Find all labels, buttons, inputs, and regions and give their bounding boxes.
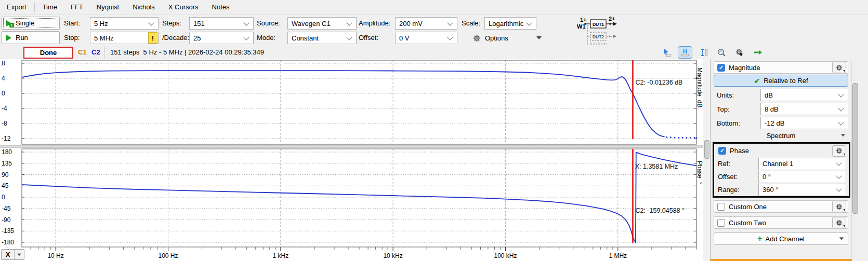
run-button[interactable]: Run	[2, 31, 60, 44]
plot-scrollbar-thumb[interactable]	[704, 140, 709, 159]
plot-settings-gear-icon[interactable]	[732, 46, 747, 59]
menu-x-cursors[interactable]: X Cursors	[162, 0, 205, 15]
c1-label[interactable]: C1	[78, 46, 87, 59]
magnitude-checkbox[interactable]: ✓	[717, 64, 725, 72]
phase-channel-row[interactable]: ✓ Phase	[716, 145, 847, 157]
amplitude-select[interactable]: 200 mV	[395, 17, 457, 30]
custom-two-checkbox[interactable]	[717, 219, 725, 227]
phase-ytick-label: -135	[2, 227, 14, 235]
phase-ytick-label: 135	[2, 160, 12, 167]
mode-select[interactable]: Constant	[287, 32, 357, 44]
options-button[interactable]: Options	[473, 32, 542, 44]
horizontal-scroll-indicator[interactable]	[711, 259, 852, 261]
steps-select[interactable]: 151	[189, 17, 254, 30]
range-select[interactable]: 360 °	[758, 184, 846, 196]
diagram-w1-label: W1	[577, 23, 586, 30]
chevron-down-icon	[148, 20, 154, 25]
gear-icon	[473, 34, 481, 42]
diagram-2plus-label: 2+	[609, 16, 615, 22]
sweep-summary: 151 steps 5 Hz - 5 MHz | 2026-02-24 00:2…	[104, 46, 264, 59]
chevron-down-icon	[843, 209, 845, 211]
bottom-label: Bottom:	[717, 119, 760, 127]
chevron-down-icon	[843, 70, 845, 72]
magnitude-dotted-tail	[666, 136, 667, 138]
menu-export[interactable]: Export	[0, 0, 33, 15]
bottom-select[interactable]: -12 dB	[760, 117, 848, 129]
chevron-down-icon	[17, 253, 21, 256]
xtick-label: 10 Hz	[47, 252, 63, 259]
sidebar-scrollbar-thumb[interactable]	[852, 83, 858, 214]
phase-ytick-label: 90	[2, 171, 9, 178]
steps-label: Steps:	[162, 17, 181, 30]
channels-panel: ✓ Magnitude ✔ Relative to Ref Units: dB …	[710, 59, 860, 261]
xtick-label: 100 Hz	[158, 252, 178, 259]
export-arrow-icon[interactable]	[751, 46, 765, 59]
x-axis-menu-label: X	[2, 250, 15, 259]
magnitude-gear-button[interactable]	[832, 62, 846, 73]
menu-notes[interactable]: Notes	[205, 0, 236, 15]
menu-time[interactable]: Time	[36, 0, 64, 15]
phase-offset-select[interactable]: 0 °	[758, 171, 846, 183]
custom-one-gear-button[interactable]	[832, 201, 846, 212]
gear-icon	[836, 203, 843, 210]
magnitude-channel-row[interactable]: ✓ Magnitude	[714, 61, 848, 74]
single-button[interactable]: 1 Single	[2, 17, 60, 30]
chevron-down-icon	[843, 225, 845, 227]
chevron-down-icon	[838, 119, 844, 125]
sidebar-scrollbar[interactable]	[851, 60, 859, 258]
custom-two-row[interactable]: Custom Two	[714, 216, 848, 229]
menu-nichols[interactable]: Nichols	[126, 0, 162, 15]
phase-checkbox[interactable]: ✓	[718, 147, 726, 155]
magnitude-ytick-label: -4	[2, 105, 7, 112]
top-select[interactable]: 8 dB	[760, 103, 848, 115]
custom-two-gear-button[interactable]	[832, 217, 846, 228]
vertical-cursor-tool-icon[interactable]	[696, 46, 711, 59]
menu-nyquist[interactable]: Nyquist	[90, 0, 126, 15]
add-channel-button[interactable]: + Add Channel	[714, 232, 848, 245]
single-play-icon: 1	[6, 20, 11, 26]
custom-one-checkbox[interactable]	[717, 203, 725, 211]
chevron-down-icon	[346, 34, 352, 40]
magnitude-ytick-label: 8	[2, 60, 5, 67]
phase-cursor-annotation: C2: -159.04588 °	[635, 207, 685, 214]
xtick-label: 1 MHz	[609, 252, 627, 259]
start-frequency-select[interactable]: 5 Hz	[90, 17, 159, 30]
magnitude-dotted-tail	[678, 137, 679, 139]
units-select[interactable]: dB	[760, 89, 848, 101]
pointer-tool-icon[interactable]	[660, 46, 674, 59]
phase-channel-panel: ✓ Phase Ref: Channel 1 Offset: 0 ° Range…	[713, 142, 850, 198]
ref-select[interactable]: Channel 1	[758, 158, 846, 170]
chevron-down-icon	[346, 20, 352, 25]
offset-select[interactable]: 0 V	[395, 32, 457, 44]
phase-ytick-label: 45	[2, 182, 9, 189]
spectrum-expander[interactable]: Spectrum	[714, 130, 848, 141]
plot-scrollbar[interactable]	[703, 59, 710, 261]
phase-plot[interactable]: 18013590450-45-90-135-180X: 1.3581 MHzC2…	[0, 148, 703, 261]
scale-select[interactable]: Logarithmic	[484, 17, 536, 30]
status-done-badge: Done	[23, 47, 73, 59]
magnitude-channel-label: Magnitude	[729, 64, 760, 72]
gear-icon	[836, 219, 843, 226]
per-decade-select[interactable]: 25	[189, 32, 254, 44]
custom-one-row[interactable]: Custom One	[714, 200, 848, 213]
zoom-tool-icon[interactable]	[714, 46, 729, 59]
per-decade-label: /Decade:	[162, 32, 189, 44]
chevron-down-icon	[839, 237, 844, 240]
relative-to-ref-button[interactable]: ✔ Relative to Ref	[714, 75, 848, 87]
scale-label: Scale:	[462, 17, 480, 30]
chevron-down-icon	[838, 91, 844, 97]
stop-frequency-select[interactable]: 5 MHz !	[90, 32, 159, 44]
magnitude-cursor-annotation: C2: -0.01236 dB	[635, 79, 682, 86]
magnitude-plot[interactable]: 840-4-8-12C2: -0.01236 dB	[0, 59, 703, 145]
menu-fft[interactable]: FFT	[64, 0, 90, 15]
x-axis-menu-button[interactable]: X	[1, 249, 24, 260]
phase-gear-button[interactable]	[832, 145, 846, 157]
chevron-down-icon	[836, 173, 841, 178]
diagram-dut1-label: DUT1	[593, 22, 604, 27]
c2-label[interactable]: C2	[91, 46, 100, 59]
start-label: Start:	[64, 17, 80, 30]
horizontal-cursor-tool-icon[interactable]: H	[678, 46, 692, 59]
source-select[interactable]: Wavegen C1	[287, 17, 357, 30]
chevron-down-icon	[243, 34, 249, 40]
magnitude-ytick-label: 4	[2, 75, 5, 82]
